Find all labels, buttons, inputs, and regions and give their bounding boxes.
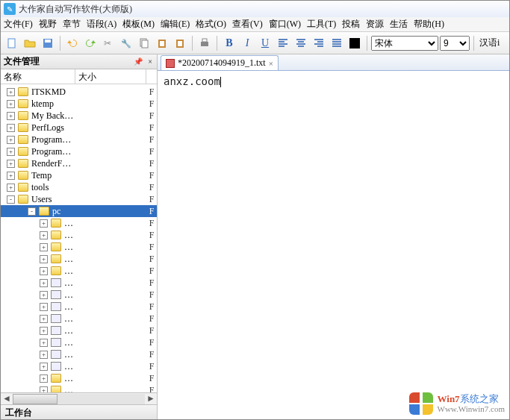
expand-toggle[interactable]: - [28,207,36,216]
expand-toggle[interactable]: + [40,291,48,299]
expand-toggle[interactable]: + [40,243,48,251]
expand-toggle[interactable]: + [7,136,15,144]
tree-node[interactable]: +…F [1,229,157,241]
menu-item[interactable]: 投稿 [342,18,360,31]
font-color-button[interactable] [346,35,363,51]
menu-item[interactable]: 视野 [39,18,57,31]
tree-node[interactable]: +…F [1,277,157,289]
expand-toggle[interactable]: + [7,148,15,156]
tree-node[interactable]: +ITSKMDF [1,86,157,98]
workbench-label[interactable]: 工作台 [1,404,157,419]
expand-toggle[interactable]: + [7,112,15,120]
column-name[interactable]: 名称 [1,69,75,84]
tree-node[interactable]: +…F [1,325,157,336]
expand-toggle[interactable]: + [7,88,15,96]
tree-node[interactable]: +toolsF [1,181,157,193]
tree-node[interactable]: +ktempF [1,98,157,110]
menu-item[interactable]: 生活 [390,18,408,31]
align-center-button[interactable] [293,35,309,51]
align-right-button[interactable] [311,35,327,51]
expand-toggle[interactable]: + [40,363,48,371]
menu-item[interactable]: 帮助(H) [414,18,444,31]
expand-toggle[interactable]: + [40,219,48,228]
paste-button[interactable] [154,35,170,51]
bold-button[interactable]: B [221,35,237,51]
print-button[interactable] [196,35,213,51]
menu-item[interactable]: 编辑(E) [161,18,190,31]
menu-item[interactable]: 查看(V) [232,18,263,31]
menu-item[interactable]: 工具(T) [307,18,336,31]
open-file-button[interactable] [22,35,38,51]
redo-button[interactable] [82,35,99,51]
scroll-track[interactable] [13,394,145,404]
document-tab[interactable]: *20200714094919_1.txt × [161,55,279,70]
tree-node[interactable]: +…F [1,348,157,360]
save-button[interactable] [40,35,56,51]
menu-item[interactable]: 窗口(W) [269,18,301,31]
new-file-button[interactable] [4,35,20,51]
document-content[interactable]: anxz.coom [158,71,509,419]
tree-node[interactable]: +…F [1,241,157,253]
scroll-thumb[interactable] [13,394,57,404]
menu-item[interactable]: 章节 [63,18,81,31]
tree-node[interactable]: +Program…F [1,134,157,145]
tree-node[interactable]: +TempF [1,169,157,181]
copy-button[interactable] [136,35,152,51]
scroll-left-icon[interactable]: ◄ [1,393,13,404]
sidebar-pin-icon[interactable]: 📌 [133,56,143,66]
align-justify-button[interactable] [329,35,345,51]
tree-node[interactable]: +…F [1,313,157,325]
scroll-right-icon[interactable]: ► [145,393,157,404]
tree-node[interactable]: +…F [1,372,157,384]
menu-item[interactable]: 语段(A) [87,18,117,31]
expand-toggle[interactable]: + [7,172,15,180]
file-tree[interactable]: +ITSKMDF+ktempF+My Back…F+PerfLogsF+Prog… [1,84,157,392]
tree-node[interactable]: +…F [1,301,157,313]
settings-button[interactable]: 🔧 [118,35,134,51]
tree-node[interactable]: +…F [1,217,157,229]
tree-node[interactable]: +…F [1,253,157,265]
expand-toggle[interactable]: + [40,255,48,263]
menu-item[interactable]: 格式(O) [196,18,226,31]
expand-toggle[interactable]: + [40,327,48,335]
tree-node[interactable]: -UsersF [1,193,157,205]
menu-item[interactable]: 资源 [366,18,384,31]
italic-button[interactable]: I [239,35,255,51]
menu-item[interactable]: 文件(F) [4,18,33,31]
expand-toggle[interactable]: + [7,124,15,132]
tree-node[interactable]: +My Back…F [1,110,157,122]
sidebar-scrollbar[interactable]: ◄ ► [1,392,157,404]
expand-toggle[interactable]: + [7,100,15,108]
tab-close-icon[interactable]: × [269,59,273,68]
font-family-select[interactable]: 宋体 [371,36,438,51]
expand-toggle[interactable]: + [40,339,48,347]
undo-button[interactable] [64,35,81,51]
tree-node[interactable]: +…F [1,360,157,372]
expand-toggle[interactable]: - [7,195,15,204]
chinese-input-label[interactable]: 汉语i [478,37,501,49]
expand-toggle[interactable]: + [40,351,48,359]
underline-button[interactable]: U [257,35,273,51]
paste-special-button[interactable] [172,35,188,51]
tree-node[interactable]: +…F [1,336,157,348]
expand-toggle[interactable]: + [40,303,48,311]
column-size[interactable]: 大小 [75,69,146,84]
expand-toggle[interactable]: + [40,315,48,323]
expand-toggle[interactable]: + [7,184,15,192]
font-size-select[interactable]: 9 [440,36,470,51]
expand-toggle[interactable]: + [40,374,48,383]
expand-toggle[interactable]: + [7,160,15,168]
tree-node[interactable]: +PerfLogsF [1,122,157,134]
column-flag[interactable] [146,69,157,84]
expand-toggle[interactable]: + [40,279,48,287]
tree-node[interactable]: -pcF [1,205,157,217]
expand-toggle[interactable]: + [40,386,48,393]
tree-node[interactable]: +RenderF…F [1,157,157,169]
cut-button[interactable]: ✂ [100,35,116,51]
tree-node[interactable]: +…F [1,265,157,277]
expand-toggle[interactable]: + [40,267,48,275]
tree-node[interactable]: +Program…F [1,145,157,157]
menu-item[interactable]: 模板(M) [122,18,155,31]
tree-node[interactable]: +…F [1,289,157,301]
tree-node[interactable]: +…F [1,384,157,392]
